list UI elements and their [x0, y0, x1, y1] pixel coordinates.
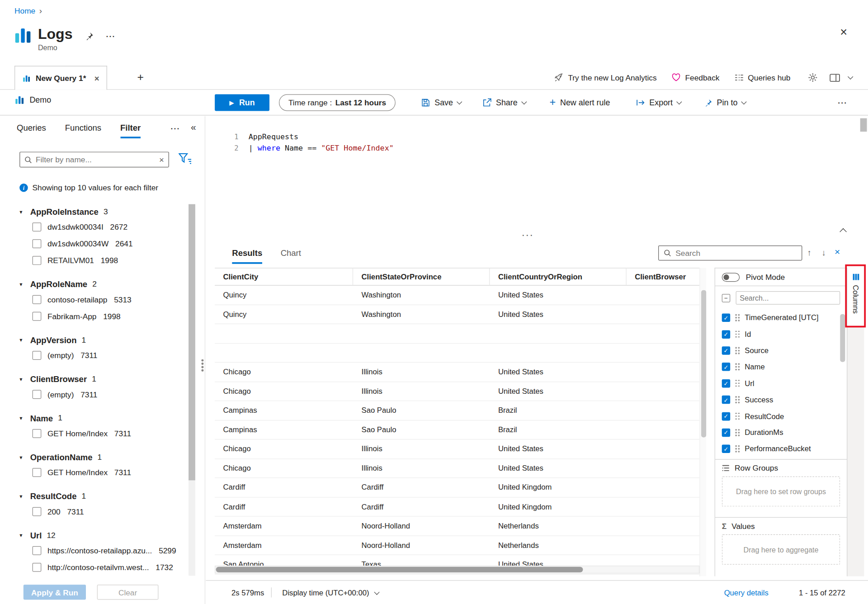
close-button[interactable]: × — [840, 27, 847, 38]
filter-item[interactable]: (empty) 7311 — [19, 347, 187, 364]
checkbox-checked[interactable]: ✓ — [722, 314, 731, 322]
query-details-link[interactable]: Query details — [724, 589, 769, 597]
column-field-item[interactable]: ✓ Url — [715, 375, 847, 392]
table-row[interactable]: CampinasSao PauloBrazil — [215, 420, 699, 440]
checkbox-unchecked[interactable] — [33, 239, 42, 248]
editor-line[interactable]: 2| where Name == "GET Home/Index" — [206, 131, 868, 142]
scrollbar-thumb[interactable] — [216, 567, 583, 572]
table-row[interactable]: ChicagoIllinoisUnited States — [215, 459, 699, 478]
row-groups-dropzone[interactable]: Drag here to set row groups — [722, 477, 840, 507]
tab-close-icon[interactable]: × — [94, 73, 99, 83]
clear-search-icon[interactable]: × — [159, 155, 164, 164]
filter-funnel-icon[interactable] — [179, 153, 192, 165]
checkbox-checked[interactable]: ✓ — [722, 363, 731, 371]
column-field-item[interactable]: ✓ Success — [715, 392, 847, 408]
filter-item[interactable]: contoso-retailapp 5313 — [19, 291, 187, 308]
checkbox-unchecked[interactable] — [33, 468, 42, 477]
table-row[interactable]: ChicagoIllinoisUnited States — [215, 382, 699, 401]
table-row[interactable]: AmsterdamNoord-HollandNetherlands — [215, 517, 699, 536]
share-button[interactable]: Share — [482, 94, 526, 111]
table-row[interactable] — [215, 324, 699, 344]
column-field-item[interactable]: ✓ Source — [715, 342, 847, 359]
pin-to-button[interactable]: Pin to — [704, 94, 746, 111]
table-row[interactable]: ChicagoIllinoisUnited States — [215, 363, 699, 382]
scrollbar-thumb[interactable] — [189, 204, 195, 481]
columns-search-input[interactable] — [740, 294, 836, 302]
editor-scrollbar[interactable] — [860, 118, 867, 240]
checkbox-checked[interactable]: ✓ — [722, 346, 731, 355]
table-row[interactable]: CardiffCardiffUnited Kingdom — [215, 497, 699, 517]
checkbox-unchecked[interactable] — [33, 312, 42, 321]
grid-horizontal-scrollbar[interactable] — [215, 566, 699, 573]
filter-group-header[interactable]: ▾ Url 12 — [19, 528, 187, 542]
filter-item[interactable]: GET Home/Index 7311 — [19, 464, 187, 481]
filter-item[interactable]: 200 7311 — [19, 503, 187, 520]
column-field-item[interactable]: ✓ TimeGenerated [UTC] — [715, 310, 847, 326]
table-row[interactable] — [215, 343, 699, 363]
pivot-mode-toggle[interactable] — [722, 273, 740, 282]
filter-group-header[interactable]: ▾ AppVersion 1 — [19, 332, 187, 347]
more-options-icon[interactable]: ··· — [106, 32, 116, 41]
checkbox-unchecked[interactable] — [33, 222, 42, 231]
results-search-input[interactable] — [675, 249, 797, 258]
grid-vertical-scrollbar[interactable] — [699, 268, 706, 576]
drag-handle-icon[interactable] — [735, 330, 740, 338]
tab-new-query-1[interactable]: New Query 1* × — [14, 66, 107, 90]
new-alert-rule-button[interactable]: + New alert rule — [549, 94, 610, 111]
sidebar-scrollbar[interactable] — [189, 204, 195, 576]
run-button[interactable]: ▶ Run — [215, 94, 269, 111]
close-search-icon[interactable]: × — [835, 246, 840, 258]
filter-group-header[interactable]: ▾ ClientBrowser 1 — [19, 372, 187, 386]
checkbox-unchecked[interactable] — [33, 507, 42, 516]
collapse-sidebar-icon[interactable]: « — [191, 122, 196, 133]
checkbox-checked[interactable]: ✓ — [722, 445, 731, 453]
breadcrumb-home-link[interactable]: Home — [14, 6, 35, 15]
settings-gear-icon[interactable] — [808, 72, 818, 82]
checkbox-unchecked[interactable] — [33, 563, 42, 572]
filter-item[interactable]: dw1sdwk00034I 2672 — [19, 219, 187, 236]
column-field-item[interactable]: ✓ PerformanceBucket — [715, 441, 847, 457]
column-field-item[interactable]: ✓ DurationMs — [715, 425, 847, 441]
table-row[interactable]: CampinasSao PauloBrazil — [215, 401, 699, 420]
clear-button[interactable]: Clear — [97, 585, 159, 599]
toolbar-more-button[interactable]: ··· — [838, 94, 847, 111]
values-dropzone[interactable]: Drag here to aggregate — [722, 534, 840, 565]
filter-group-header[interactable]: ▾ OperationName 1 — [19, 450, 187, 464]
editor-results-splitter[interactable]: ··· — [522, 231, 534, 240]
tab-chart[interactable]: Chart — [281, 248, 301, 258]
scope-selector[interactable]: Demo — [14, 95, 51, 105]
apply-and-run-button[interactable]: Apply & Run — [24, 585, 86, 599]
select-all-checkbox-indeterminate[interactable]: − — [722, 294, 731, 302]
filter-item[interactable]: Fabrikam-App 1998 — [19, 308, 187, 325]
checkbox-checked[interactable]: ✓ — [722, 412, 731, 420]
next-match-icon[interactable]: ↓ — [822, 248, 826, 257]
checkbox-unchecked[interactable] — [33, 256, 42, 265]
table-row[interactable]: QuincyWashingtonUnited States — [215, 305, 699, 324]
drag-handle-icon[interactable] — [735, 429, 740, 436]
filter-group-header[interactable]: ▾ AppRoleInstance 3 — [19, 204, 187, 219]
checkbox-checked[interactable]: ✓ — [722, 379, 731, 388]
table-row[interactable]: QuincyWashingtonUnited States — [215, 286, 699, 305]
filter-search-input[interactable] — [36, 155, 155, 164]
column-field-item[interactable]: ✓ Name — [715, 359, 847, 375]
filter-item[interactable]: RETAILVM01 1998 — [19, 252, 187, 269]
drag-handle-icon[interactable] — [735, 363, 740, 371]
drag-handle-icon[interactable] — [735, 445, 740, 453]
checkbox-unchecked[interactable] — [33, 390, 42, 399]
display-time-selector[interactable]: Display time (UTC+00:00) — [282, 589, 378, 597]
pin-icon[interactable] — [85, 32, 94, 41]
tab-filter[interactable]: Filter — [120, 123, 141, 138]
table-column-header[interactable]: ClientStateOrProvince — [353, 269, 490, 285]
drag-handle-icon[interactable] — [735, 396, 740, 403]
export-button[interactable]: Export — [636, 94, 681, 111]
previous-match-icon[interactable]: ↑ — [807, 248, 811, 257]
table-column-header[interactable]: ClientCity — [215, 269, 353, 285]
drag-handle-icon[interactable] — [735, 380, 740, 387]
checkbox-checked[interactable]: ✓ — [722, 330, 731, 339]
feedback-button[interactable]: Feedback — [672, 73, 719, 82]
scrollbar-thumb[interactable] — [860, 118, 867, 132]
collapse-editor-chevron-icon[interactable] — [840, 228, 847, 236]
editor-line[interactable]: 1AppRequests — [206, 120, 868, 131]
save-button[interactable]: Save — [421, 94, 462, 111]
filter-group-header[interactable]: ▾ AppRoleName 2 — [19, 277, 187, 291]
